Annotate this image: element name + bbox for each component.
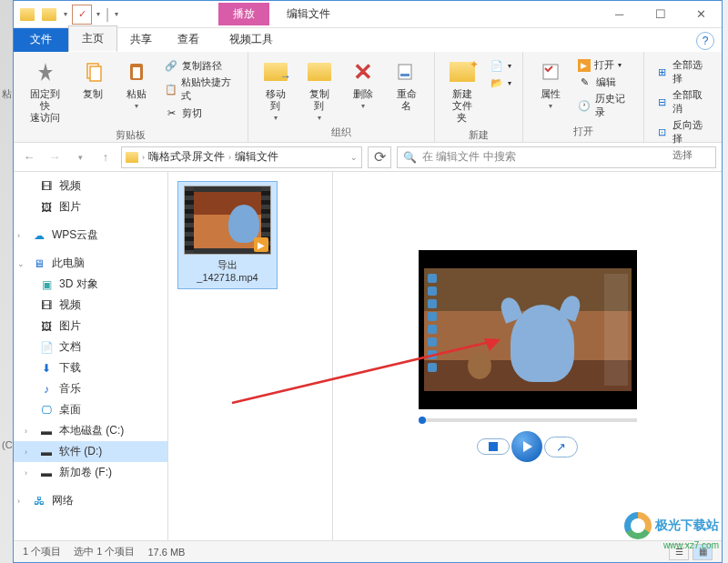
nav-3d[interactable]: ▣3D 对象 [14,274,167,295]
group-label: 打开 [573,123,593,140]
properties-button[interactable]: 属性▾ [531,55,571,112]
breadcrumb-bar[interactable]: › 嗨格式录屏文件 › 编辑文件 ⌄ [121,146,362,168]
invert-select-button[interactable]: ⊡反向选择 [652,117,714,146]
nav-docs[interactable]: 📄文档 [14,337,167,357]
copy-path-button[interactable]: 🔗复制路径 [160,57,240,74]
watermark-url: www.xz7.com [663,540,719,550]
pictures-icon: 🖼 [39,200,54,215]
chevron-down-icon[interactable]: ⌄ [17,259,25,268]
moveto-icon: → [261,57,290,86]
qat-dropdown[interactable]: ▾ [94,5,103,25]
preview-seekbar[interactable] [419,418,637,422]
nav-pictures[interactable]: 🖼图片 [14,196,167,217]
open-button[interactable]: ▶打开▾ [574,57,636,73]
copyto-icon [305,57,334,86]
refresh-button[interactable]: ⟳ [368,146,391,168]
easy-access-button[interactable]: 📂▾ [486,75,515,91]
copyto-button[interactable]: 复制到▾ [299,55,339,124]
nav-desktop[interactable]: 🖵桌面 [14,399,167,420]
video-preview[interactable] [419,250,637,409]
address-bar: ← → ▾ ↑ › 嗨格式录屏文件 › 编辑文件 ⌄ ⟳ 🔍 在 编辑文件 中搜… [14,143,722,172]
copy-button[interactable]: 复制 [73,55,113,102]
breadcrumb-item[interactable]: 嗨格式录屏文件 [148,149,225,165]
chevron-right-icon[interactable]: › [17,497,20,506]
file-list[interactable]: ▶ 导出 _142718.mp4 [168,172,332,540]
video-icon: 🎞 [39,298,54,313]
chevron-right-icon[interactable]: › [25,468,27,478]
file-item[interactable]: ▶ 导出 _142718.mp4 [177,181,278,289]
folder-icon[interactable] [39,5,59,25]
nav-diskf[interactable]: ›▬新加卷 (F:) [14,462,167,483]
back-button[interactable]: ← [19,147,39,167]
ribbon-group-open: 属性▾ ▶打开▾ ✎编辑 🕐历史记录 打开 [523,52,644,142]
content-area: 🎞视频 🖼图片 ›☁WPS云盘 ⌄🖥此电脑 ▣3D 对象 🎞视频 🖼图片 📄文档… [14,172,722,540]
tab-view[interactable]: 查看 [165,27,212,52]
new-folder-icon: ✦ [448,57,477,86]
delete-button[interactable]: ✕ 删除▾ [343,55,383,112]
nav-video[interactable]: 🎞视频 [14,176,167,196]
desktop-icon: 🖵 [39,403,54,417]
new-item-button[interactable]: 📄▾ [486,57,515,74]
tab-share[interactable]: 共享 [117,27,165,52]
search-icon: 🔍 [403,151,417,164]
tab-file[interactable]: 文件 [14,27,68,52]
watermark-text: 极光下载站 [655,518,719,534]
forward-button[interactable]: → [45,147,65,167]
nav-downloads[interactable]: ⬇下载 [14,357,167,378]
folder-icon[interactable] [17,5,37,25]
edit-button[interactable]: ✎编辑 [574,74,636,90]
nav-wps[interactable]: ›☁WPS云盘 [14,225,167,246]
paste-button[interactable]: 粘贴 ▾ [116,55,157,112]
qat-more[interactable]: ▾ [112,5,121,25]
open-external-button[interactable]: ↗ [544,437,578,457]
checkbox-icon[interactable]: ✓ [72,5,92,25]
nav-music[interactable]: ♪音乐 [14,378,167,399]
watermark: 极光下载站 [624,512,719,539]
nav-video2[interactable]: 🎞视频 [14,295,167,316]
chevron-right-icon[interactable]: › [25,427,27,436]
play-overlay-icon: ▶ [254,237,268,252]
paste-shortcut-button[interactable]: 📋粘贴快捷方式 [160,75,240,104]
titlebar: ▾ ✓ ▾ | ▾ 播放 编辑文件 ─ ☐ ✕ [14,1,722,28]
minimize-button[interactable]: ─ [599,1,640,26]
history-button[interactable]: 🕐历史记录 [574,91,636,120]
new-folder-button[interactable]: ✦ 新建 文件夹 [442,55,482,126]
maximize-button[interactable]: ☐ [640,1,681,26]
nav-diskd[interactable]: ›▬软件 (D:) [14,441,167,462]
up-button[interactable]: ↑ [96,147,116,167]
cut-icon: ✂ [164,106,178,120]
play-button[interactable] [511,431,542,462]
chevron-right-icon[interactable]: › [228,153,231,162]
context-tab-play[interactable]: 播放 [218,3,269,25]
svg-rect-6 [543,65,558,79]
pin-button[interactable]: 固定到快 速访问 [21,55,69,126]
navigation-pane[interactable]: 🎞视频 🖼图片 ›☁WPS云盘 ⌄🖥此电脑 ▣3D 对象 🎞视频 🖼图片 📄文档… [14,172,168,540]
nav-diskc[interactable]: ›▬本地磁盘 (C:) [14,420,167,441]
close-button[interactable]: ✕ [681,1,722,26]
chevron-right-icon[interactable]: › [17,231,20,240]
rename-button[interactable]: 重命名 [387,55,427,114]
tab-video-tools[interactable]: 视频工具 [218,27,284,52]
cut-button[interactable]: ✂剪切 [160,105,240,121]
nav-thispc[interactable]: ⌄🖥此电脑 [14,253,167,274]
help-button[interactable]: ? [696,32,714,50]
nav-pictures2[interactable]: 🖼图片 [14,316,167,337]
breadcrumb-item[interactable]: 编辑文件 [235,149,278,165]
easy-access-icon: 📂 [490,75,504,90]
chevron-right-icon[interactable]: › [142,153,145,162]
select-all-button[interactable]: ⊞全部选择 [652,57,714,86]
pin-icon [31,57,60,86]
delete-icon: ✕ [349,57,378,86]
edit-icon: ✎ [578,75,592,89]
tab-home[interactable]: 主页 [68,25,117,52]
ribbon: 固定到快 速访问 复制 粘贴 ▾ 🔗复制路径 📋 [14,52,722,143]
chevron-down-icon[interactable]: ⌄ [350,153,358,162]
qat-dropdown[interactable]: ▾ [61,5,70,25]
search-input[interactable]: 🔍 在 编辑文件 中搜索 [397,146,716,168]
stop-button[interactable] [477,438,510,455]
chevron-right-icon[interactable]: › [25,447,27,457]
moveto-button[interactable]: → 移动到▾ [256,55,296,124]
nav-network[interactable]: ›🖧网络 [14,490,167,511]
select-none-button[interactable]: ⊟全部取消 [652,87,714,116]
recent-dropdown[interactable]: ▾ [70,147,90,167]
